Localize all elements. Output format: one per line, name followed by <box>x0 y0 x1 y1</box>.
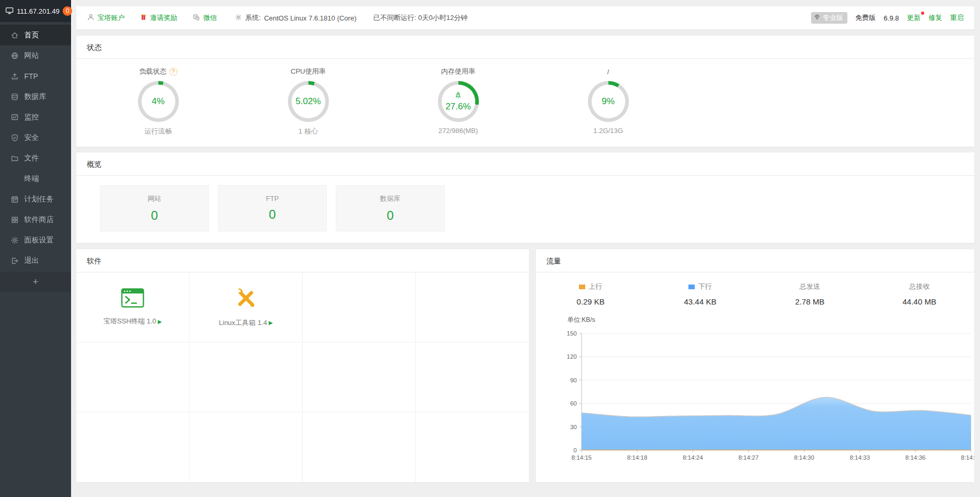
traffic-card: 流量 上行0.29 KB下行43.44 KB总发送2.78 MB总接收44.40… <box>536 249 974 482</box>
sidebar-item-home[interactable]: 首页 <box>0 25 71 45</box>
sidebar-item-terminal[interactable]: 终端 <box>0 168 71 189</box>
software-app-name: Linux工具箱 1.4 <box>219 318 267 328</box>
traffic-stat-up: 上行0.29 KB <box>536 282 645 306</box>
help-icon[interactable]: ? <box>169 68 177 76</box>
gauge-value: 9% <box>602 96 615 107</box>
overview-box-database[interactable]: 数据库0 <box>336 185 445 231</box>
sidebar-item-security[interactable]: 安全 <box>0 127 71 148</box>
status-card: 状态 负载状态?4%运行流畅CPU使用率5.02%1 核心内存使用率27.6%2… <box>76 36 974 147</box>
action-label: 重启 <box>950 14 964 22</box>
server-header: 111.67.201.49 0 <box>0 0 71 22</box>
overview-label: 数据库 <box>380 194 401 204</box>
topbar-link-bt-account[interactable]: 宝塔账户 <box>87 13 125 23</box>
gauge-memory: 内存使用率27.6%272/986(MB) <box>383 65 533 136</box>
grid-icon <box>11 216 19 224</box>
overview-box-site[interactable]: 网站0 <box>100 185 209 231</box>
svg-text:8:14:36: 8:14:36 <box>905 454 925 461</box>
gauge-ring: 27.6% <box>438 81 479 122</box>
software-card: 软件 宝塔SSH终端 1.0▶Linux工具箱 1.4▶ <box>76 249 529 482</box>
software-app-linux-toolbox[interactable]: Linux工具箱 1.4▶ <box>189 272 303 342</box>
gauge-sublabel: 1 核心 <box>233 127 383 136</box>
gauge-ring: 9% <box>588 81 629 122</box>
gauge-ring: 4% <box>138 81 179 122</box>
diamond-icon <box>814 14 821 22</box>
topbar-link-label: 微信 <box>203 13 217 23</box>
sidebar-item-label: 数据库 <box>24 92 46 102</box>
traffic-stat-label: 下行 <box>698 282 712 291</box>
system-label: 系统: <box>245 13 261 23</box>
ftp-icon <box>11 72 19 80</box>
software-empty-cell <box>189 412 303 482</box>
overview-label: 网站 <box>148 194 162 204</box>
topbar: 宝塔账户邀请奖励微信 系统: CentOS Linux 7.6.1810 (Co… <box>76 6 974 29</box>
sidebar-item-site[interactable]: 网站 <box>0 45 71 66</box>
database-icon <box>11 93 19 101</box>
gauge-value: 4% <box>152 96 165 107</box>
software-grid: 宝塔SSH终端 1.0▶Linux工具箱 1.4▶ <box>76 272 529 482</box>
gauge-label: / <box>607 68 609 76</box>
sidebar-item-label: 退出 <box>24 256 39 266</box>
pro-edition-badge[interactable]: 专业版 <box>811 12 847 24</box>
update-button[interactable]: 更新 <box>907 13 921 23</box>
sidebar-item-logout[interactable]: 退出 <box>0 250 71 271</box>
traffic-stat-label: 总发送 <box>799 282 820 291</box>
gauge-label: 负载状态 <box>139 67 167 76</box>
add-menu-button[interactable]: + <box>0 272 71 292</box>
software-card-title: 软件 <box>76 249 529 272</box>
gauge-sublabel: 运行流畅 <box>83 127 233 136</box>
legend-swatch <box>579 285 585 289</box>
terminal-app-icon <box>121 288 144 309</box>
run-icon[interactable]: ▶ <box>269 320 273 326</box>
rocket-icon <box>454 92 462 101</box>
sidebar-menu: 首页网站FTP数据库监控安全文件终端计划任务软件商店面板设置退出 <box>0 22 71 271</box>
update-notification-dot <box>921 12 924 15</box>
wechat-icon <box>192 13 201 23</box>
gauge-load: 负载状态?4%运行流畅 <box>83 65 233 136</box>
topbar-link-wechat[interactable]: 微信 <box>192 13 217 23</box>
overview-count: 0 <box>387 208 394 223</box>
home-icon <box>11 31 19 39</box>
overview-card-title: 概览 <box>76 153 974 176</box>
edition-label: 免费版 <box>855 13 876 23</box>
svg-text:30: 30 <box>570 424 577 430</box>
sidebar-item-appstore[interactable]: 软件商店 <box>0 209 71 230</box>
overview-label: FTP <box>266 195 279 202</box>
sidebar-item-database[interactable]: 数据库 <box>0 86 71 107</box>
topbar-link-invite-reward[interactable]: 邀请奖励 <box>139 13 177 23</box>
restart-button[interactable]: 重启 <box>950 13 964 23</box>
sidebar-item-cron[interactable]: 计划任务 <box>0 189 71 209</box>
software-empty-cell <box>303 342 416 412</box>
pro-badge-label: 专业版 <box>823 13 843 23</box>
repair-button[interactable]: 修复 <box>928 13 942 23</box>
svg-text:150: 150 <box>567 330 577 337</box>
bottom-row: 软件 宝塔SSH终端 1.0▶Linux工具箱 1.4▶ 流量 上行0.29 K… <box>76 249 974 482</box>
software-empty-cell <box>416 342 529 412</box>
legend-swatch <box>688 285 695 289</box>
gauge-disk-root: /9%1.2G/13G <box>533 65 683 136</box>
system-value: CentOS Linux 7.6.1810 (Core) <box>264 14 357 22</box>
overview-box-ftp[interactable]: FTP0 <box>218 185 327 231</box>
software-empty-cell <box>189 342 303 412</box>
traffic-stat-label: 总接收 <box>909 282 929 291</box>
download-area-series <box>582 397 971 450</box>
gauge-label: CPU使用率 <box>291 67 325 76</box>
gauge-cpu: CPU使用率5.02%1 核心 <box>233 65 383 136</box>
svg-text:8:14:30: 8:14:30 <box>794 454 814 461</box>
run-icon[interactable]: ▶ <box>158 319 162 324</box>
sidebar-item-ftp[interactable]: FTP <box>0 66 71 86</box>
software-app-name: 宝塔SSH终端 1.0 <box>103 317 156 326</box>
software-app-ssh-terminal[interactable]: 宝塔SSH终端 1.0▶ <box>76 272 189 342</box>
sidebar-item-settings[interactable]: 面板设置 <box>0 230 71 250</box>
overview-count: 0 <box>269 207 276 222</box>
sidebar-item-monitor[interactable]: 监控 <box>0 107 71 127</box>
sidebar-item-files[interactable]: 文件 <box>0 148 71 168</box>
traffic-card-title: 流量 <box>536 249 974 272</box>
server-ip: 111.67.201.49 <box>17 7 59 15</box>
chart-icon <box>11 113 19 121</box>
svg-text:8:14:18: 8:14:18 <box>627 454 647 461</box>
topbar-actions: 更新修复重启 <box>907 13 964 23</box>
traffic-stat-value: 44.40 MB <box>865 297 974 306</box>
message-count-badge[interactable]: 0 <box>63 6 72 16</box>
traffic-stat-total-received: 总接收44.40 MB <box>865 282 974 306</box>
sidebar-item-label: 面板设置 <box>24 236 54 245</box>
